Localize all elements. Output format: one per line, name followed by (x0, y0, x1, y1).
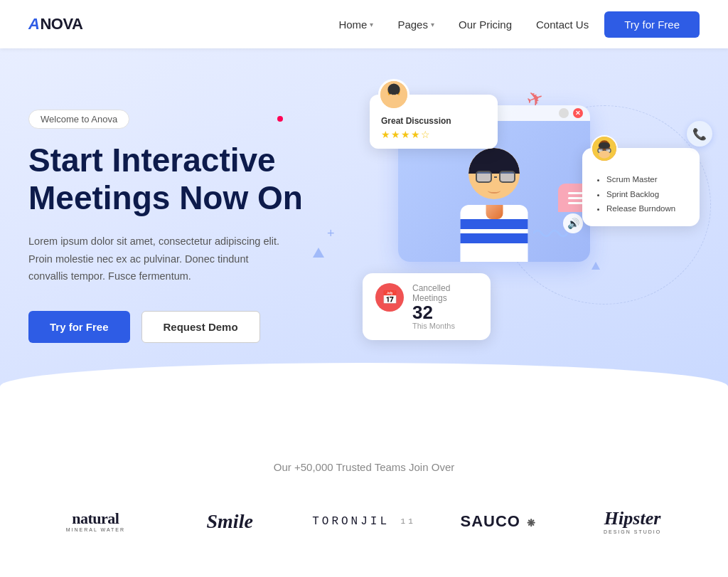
nav-link-pricing[interactable]: Our Pricing (450, 14, 520, 35)
decorative-cross: + (327, 226, 335, 241)
nav-link-pages[interactable]: Pages ▾ (389, 14, 443, 35)
scrum-item-3: Release Burndown (606, 201, 687, 216)
nav-item-cta[interactable]: Try for Free (604, 11, 700, 38)
review-card: Great Discussion ★★★★☆ (370, 95, 498, 149)
brand-sauco: SAUCO ❋ (431, 505, 565, 538)
vc-minimize (559, 108, 569, 118)
logo-accent: A (28, 15, 39, 33)
cancelled-period: This Months (412, 322, 478, 330)
cancelled-label: Cancelled Meetings (412, 283, 478, 303)
nav-item-pages[interactable]: Pages ▾ (389, 14, 443, 35)
wave-icon (533, 226, 569, 240)
welcome-badge: Welcome to Anova (28, 110, 129, 129)
brand-smile: Smile (163, 503, 297, 540)
hero-description: Lorem ipsum dolor sit amet, consectetur … (28, 233, 284, 285)
vc-close[interactable]: ✕ (573, 108, 583, 118)
logo[interactable]: ANOVA (28, 15, 82, 33)
nav-item-contact[interactable]: Contact Us (528, 14, 597, 35)
scrum-list: Scrum Master Sprint Backlog Release Burn… (595, 172, 687, 216)
scrum-item-2: Sprint Backlog (606, 187, 687, 202)
nav-item-home[interactable]: Home ▾ (330, 14, 382, 35)
hero-content-left: Welcome to Anova Start Interactive Meeti… (28, 110, 327, 343)
nav-link-home[interactable]: Home ▾ (330, 14, 382, 35)
scrum-avatar (591, 135, 618, 162)
try-free-button[interactable]: Try for Free (28, 311, 130, 343)
brands-section: Our +50,000 Trusted Teams Join Over natu… (0, 418, 728, 577)
hero-section: ✈ + Welcome to Anova Start Interactive M… (0, 48, 728, 418)
request-demo-button[interactable]: Request Demo (141, 311, 260, 343)
hero-bg-curve (0, 363, 728, 418)
scrum-item-1: Scrum Master (606, 172, 687, 187)
nav-cta-button[interactable]: Try for Free (604, 11, 700, 38)
reviewer-avatar (378, 79, 410, 110)
svg-point-5 (389, 95, 399, 102)
svg-point-2 (387, 83, 400, 95)
hero-illustration: Great Discussion ★★★★☆ ✕ (355, 91, 700, 361)
hero-buttons: Try for Free Request Demo (28, 311, 327, 343)
navbar: ANOVA Home ▾ Pages ▾ Our Pricing Contact… (0, 0, 728, 48)
brands-title: Our +50,000 Trusted Teams Join Over (28, 461, 700, 473)
svg-point-12 (599, 151, 610, 159)
cancelled-meetings-card: 📅 Cancelled Meetings 32 This Months (363, 273, 491, 340)
brand-hipster: Hipster DESIGN STUDIO (565, 502, 700, 541)
nav-link-contact[interactable]: Contact Us (528, 14, 597, 35)
brands-row: natural MINERAL WATER Smile TORONJIL 11 … (28, 502, 700, 541)
chevron-down-icon: ▾ (431, 21, 434, 28)
nav-links: Home ▾ Pages ▾ Our Pricing Contact Us Tr… (330, 11, 700, 38)
review-title: Great Discussion (381, 116, 486, 126)
review-stars: ★★★★☆ (381, 129, 486, 140)
brand-toronjil: TORONJIL 11 (297, 508, 432, 535)
cancelled-count: 32 (412, 303, 478, 322)
svg-point-8 (599, 142, 610, 149)
chevron-down-icon: ▾ (370, 21, 373, 28)
nav-item-pricing[interactable]: Our Pricing (450, 14, 520, 35)
calendar-icon: 📅 (375, 283, 404, 312)
phone-icon: 📞 (687, 121, 712, 147)
logo-text: NOVA (40, 15, 82, 33)
scrum-card: 📞 Scrum Master Sprint Backlog Release Bu… (582, 148, 700, 226)
brand-natural: natural MINERAL WATER (28, 503, 163, 540)
hero-title: Start Interactive Meetings Now On (28, 142, 327, 217)
